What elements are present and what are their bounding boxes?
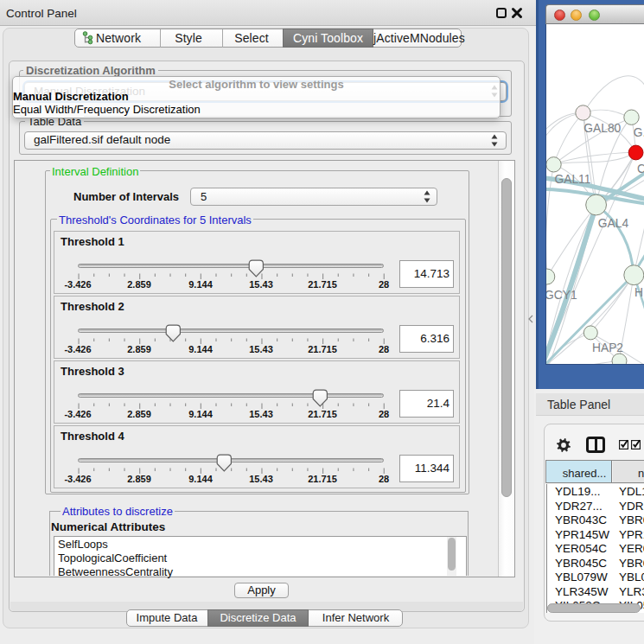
svg-text:HAP2: HAP2: [592, 341, 623, 354]
svg-text:GAL4: GAL4: [598, 217, 629, 230]
svg-text:GCY1: GCY1: [546, 289, 577, 302]
svg-text:H: H: [634, 286, 643, 299]
svg-text:GAL11: GAL11: [555, 173, 591, 186]
svg-text:GAL80: GAL80: [583, 122, 621, 135]
svg-text:C: C: [637, 163, 644, 175]
svg-text:G...: G...: [634, 126, 644, 139]
